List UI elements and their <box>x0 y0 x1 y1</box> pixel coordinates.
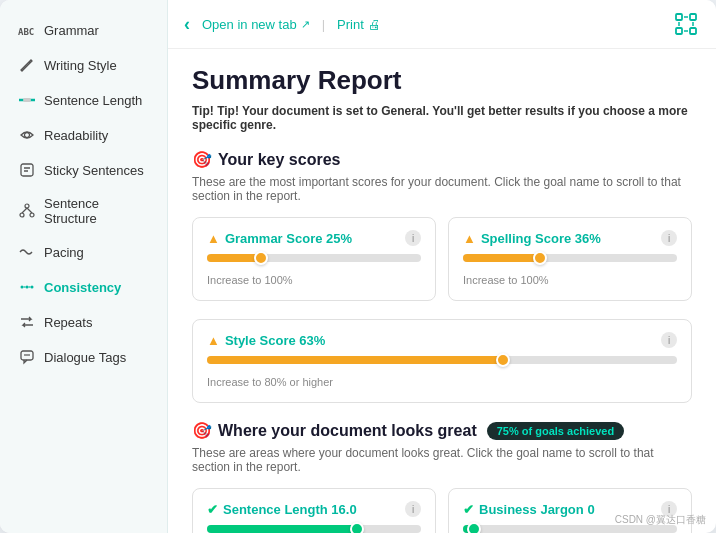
style-score-label: ▲ Style Score 63% <box>207 333 325 348</box>
grammar-score-header: ▲ Grammar Score 25% i <box>207 230 421 246</box>
style-info-icon[interactable]: i <box>661 332 677 348</box>
svg-rect-3 <box>23 98 31 102</box>
style-score-hint: Increase to 80% or higher <box>207 376 333 388</box>
svg-rect-20 <box>676 14 682 20</box>
print-button[interactable]: Print 🖨 <box>337 17 381 32</box>
sidebar-item-label: Pacing <box>44 245 84 260</box>
sidebar-item-label: Dialogue Tags <box>44 350 126 365</box>
sentence-length-score-label: ✔ Sentence Length 16.0 <box>207 502 357 517</box>
svg-point-10 <box>30 213 34 217</box>
scan-button[interactable] <box>672 10 700 38</box>
spelling-slider-thumb <box>533 251 547 265</box>
style-slider-fill <box>207 356 503 364</box>
sidebar-item-label: Grammar <box>44 23 99 38</box>
business-jargon-link[interactable]: Business Jargon 0 <box>479 502 595 517</box>
goals-badge: 75% of goals achieved <box>487 422 624 440</box>
grammar-slider-fill <box>207 254 261 262</box>
sidebar-item-label: Readability <box>44 128 108 143</box>
sidebar: ABC Grammar Writing Style Se <box>0 0 168 533</box>
great-heading: 🎯 Where your document looks great <box>192 421 477 440</box>
style-slider-thumb <box>496 353 510 367</box>
spelling-score-link[interactable]: Spelling Score 36% <box>481 231 601 246</box>
spelling-score-label: ▲ Spelling Score 36% <box>463 231 601 246</box>
sidebar-item-label: Sentence Structure <box>44 196 149 226</box>
main-content: ‹ Open in new tab ↗ | Print 🖨 <box>168 0 716 533</box>
great-section-header: 🎯 Where your document looks great 75% of… <box>192 421 692 440</box>
sidebar-item-consistency[interactable]: Consistency <box>4 270 163 304</box>
svg-rect-22 <box>676 28 682 34</box>
spelling-slider <box>463 254 677 262</box>
dialogue-tags-icon <box>18 348 36 366</box>
key-scores-grid: ▲ Grammar Score 25% i Increase to 100% <box>192 217 692 301</box>
key-scores-desc: These are the most important scores for … <box>192 175 692 203</box>
svg-point-8 <box>25 204 29 208</box>
sidebar-item-label: Writing Style <box>44 58 117 73</box>
spelling-slider-fill <box>463 254 540 262</box>
sidebar-item-writing-style[interactable]: Writing Style <box>4 48 163 82</box>
style-score-link[interactable]: Style Score 63% <box>225 333 325 348</box>
external-link-icon: ↗ <box>301 18 310 31</box>
sidebar-item-dialogue-tags[interactable]: Dialogue Tags <box>4 340 163 374</box>
svg-point-14 <box>26 286 29 289</box>
key-scores-heading: 🎯 Your key scores <box>192 150 692 169</box>
sentence-length-slider-fill <box>207 525 357 533</box>
grammar-score-card: ▲ Grammar Score 25% i Increase to 100% <box>192 217 436 301</box>
grammar-slider-thumb <box>254 251 268 265</box>
key-scores-emoji: 🎯 <box>192 150 212 169</box>
sidebar-item-readability[interactable]: Readability <box>4 118 163 152</box>
divider: | <box>322 17 325 32</box>
great-desc: These are areas where your document look… <box>192 446 692 474</box>
sidebar-item-sentence-structure[interactable]: Sentence Structure <box>4 188 163 234</box>
sidebar-item-label: Consistency <box>44 280 121 295</box>
spelling-score-header: ▲ Spelling Score 36% i <box>463 230 677 246</box>
sentence-structure-icon <box>18 202 36 220</box>
sentence-length-score-card: ✔ Sentence Length 16.0 i <box>192 488 436 533</box>
warning-icon-spelling: ▲ <box>463 231 476 246</box>
warning-icon-style: ▲ <box>207 333 220 348</box>
page-title: Summary Report <box>192 65 692 96</box>
spelling-score-card: ▲ Spelling Score 36% i Increase to 100% <box>448 217 692 301</box>
sidebar-item-sticky-sentences[interactable]: Sticky Sentences <box>4 153 163 187</box>
style-slider <box>207 356 677 364</box>
readability-icon <box>18 126 36 144</box>
sidebar-item-repeats[interactable]: Repeats <box>4 305 163 339</box>
sidebar-item-grammar[interactable]: ABC Grammar <box>4 13 163 47</box>
sticky-sentences-icon <box>18 161 36 179</box>
top-bar: ‹ Open in new tab ↗ | Print 🖨 <box>168 0 716 49</box>
writing-style-icon <box>18 56 36 74</box>
style-score-header: ▲ Style Score 63% i <box>207 332 677 348</box>
back-button[interactable]: ‹ <box>184 14 190 35</box>
svg-rect-5 <box>21 164 33 176</box>
sentence-length-score-header: ✔ Sentence Length 16.0 i <box>207 501 421 517</box>
sentence-length-icon <box>18 91 36 109</box>
consistency-icon <box>18 278 36 296</box>
sentence-length-info-icon[interactable]: i <box>405 501 421 517</box>
spelling-info-icon[interactable]: i <box>661 230 677 246</box>
svg-rect-21 <box>690 14 696 20</box>
grammar-slider <box>207 254 421 262</box>
style-score-card: ▲ Style Score 63% i Increase to 80% or h… <box>192 319 692 403</box>
svg-point-9 <box>20 213 24 217</box>
sidebar-item-label: Sentence Length <box>44 93 142 108</box>
grammar-info-icon[interactable]: i <box>405 230 421 246</box>
sentence-length-link[interactable]: Sentence Length 16.0 <box>223 502 357 517</box>
svg-point-4 <box>25 133 30 138</box>
sidebar-item-pacing[interactable]: Pacing <box>4 235 163 269</box>
sentence-length-slider <box>207 525 421 533</box>
sidebar-item-label: Repeats <box>44 315 92 330</box>
grammar-score-link[interactable]: Grammar Score 25% <box>225 231 352 246</box>
print-icon: 🖨 <box>368 17 381 32</box>
sidebar-item-sentence-length[interactable]: Sentence Length <box>4 83 163 117</box>
great-emoji: 🎯 <box>192 421 212 440</box>
check-icon-business: ✔ <box>463 502 474 517</box>
watermark: CSDN @翼达口香糖 <box>615 513 706 527</box>
open-in-new-tab-label: Open in new tab <box>202 17 297 32</box>
svg-line-1 <box>29 62 30 63</box>
svg-point-15 <box>31 286 34 289</box>
open-in-new-tab-link[interactable]: Open in new tab ↗ <box>202 17 310 32</box>
tip-label: Tip! <box>192 104 214 118</box>
svg-line-12 <box>27 208 32 213</box>
content-area: Summary Report Tip! Tip! Your document i… <box>168 49 716 533</box>
check-icon-sentence: ✔ <box>207 502 218 517</box>
sentence-length-slider-thumb <box>350 522 364 533</box>
